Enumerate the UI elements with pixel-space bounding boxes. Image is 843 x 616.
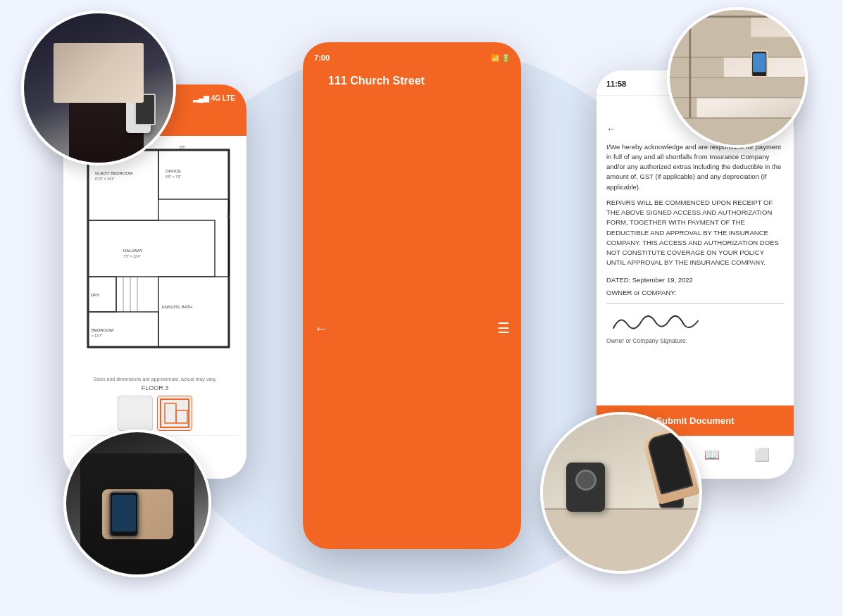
left-status-icons: ▂▄▆ 4G LTE — [193, 94, 235, 102]
doc-para-2: REPAIRS WILL BE COMMENCED UPON RECEIPT O… — [606, 198, 784, 268]
svg-text:DRY: DRY — [91, 293, 100, 297]
doc-owner-label: OWNER or COMPANY: — [606, 288, 784, 298]
svg-text:HALLWAY: HALLWAY — [123, 249, 143, 253]
center-status-bar: 7:00 📶 🔋 — [303, 42, 521, 70]
thumbnail-row — [70, 391, 239, 435]
circle-photo-person-wall — [21, 11, 176, 165]
svg-text:8'9" × 7'0": 8'9" × 7'0" — [166, 175, 182, 179]
right-bookmark-icon[interactable]: 📖 — [704, 447, 720, 463]
svg-rect-15 — [158, 277, 229, 347]
center-status-icons: 📶 🔋 — [491, 54, 510, 62]
thumbnail-2[interactable] — [157, 396, 192, 431]
floor-plan-content: GUEST BEDROOM 8'13" × 14'1" OFFICE 8'9" … — [63, 136, 246, 479]
doc-dated: DATED: September 19, 2022 — [606, 275, 784, 285]
signature-graphic — [606, 307, 784, 335]
thumbnail-1[interactable] — [118, 396, 153, 431]
signature-area: Owner or Company Signature: — [606, 303, 784, 346]
center-menu-button[interactable]: ☰ — [497, 320, 510, 337]
center-time: 7:00 — [314, 54, 330, 62]
svg-text:3'5": 3'5" — [226, 213, 230, 220]
svg-text:OFFICE: OFFICE — [166, 169, 181, 173]
right-copy-icon[interactable]: ⬜ — [754, 447, 770, 463]
svg-rect-25 — [165, 403, 176, 423]
circle-photo-person-phone — [63, 429, 211, 577]
circle-photo-equipment — [540, 412, 702, 574]
doc-para-1: I/We hereby acknowledge and are responsi… — [606, 142, 784, 192]
center-back-button[interactable]: ← — [314, 320, 328, 337]
floor-plan-area: GUEST BEDROOM 8'13" × 14'1" OFFICE 8'9" … — [70, 143, 239, 391]
svg-text:× 13'7": × 13'7" — [92, 334, 103, 338]
svg-text:8'13" × 14'1": 8'13" × 14'1" — [95, 177, 115, 181]
center-header-title: 111 Church Street — [328, 75, 497, 549]
right-time: 11:58 — [606, 80, 626, 88]
svg-text:GUEST BEDROOM: GUEST BEDROOM — [95, 171, 132, 175]
phone-center: 7:00 📶 🔋 ← 111 Church Street ☰ 📷 Photos … — [303, 42, 521, 549]
svg-text:7'3" × 12'4": 7'3" × 12'4" — [123, 254, 141, 258]
svg-rect-26 — [176, 410, 187, 423]
center-header: ← 111 Church Street ☰ — [303, 70, 521, 549]
floor-dims-label: Sizes and dimensions are approximate, ac… — [94, 375, 217, 391]
svg-rect-7 — [88, 220, 215, 277]
sig-label: Owner or Company Signature: — [606, 337, 784, 346]
floor-plan-svg: GUEST BEDROOM 8'13" × 14'1" OFFICE 8'9" … — [74, 143, 236, 375]
circle-photo-stairs — [667, 7, 808, 148]
svg-text:8'5": 8'5" — [180, 145, 186, 149]
svg-text:ENSUITE BATH: ENSUITE BATH — [162, 305, 192, 309]
svg-rect-36 — [753, 53, 766, 72]
svg-text:BEDROOM: BEDROOM — [92, 328, 113, 332]
